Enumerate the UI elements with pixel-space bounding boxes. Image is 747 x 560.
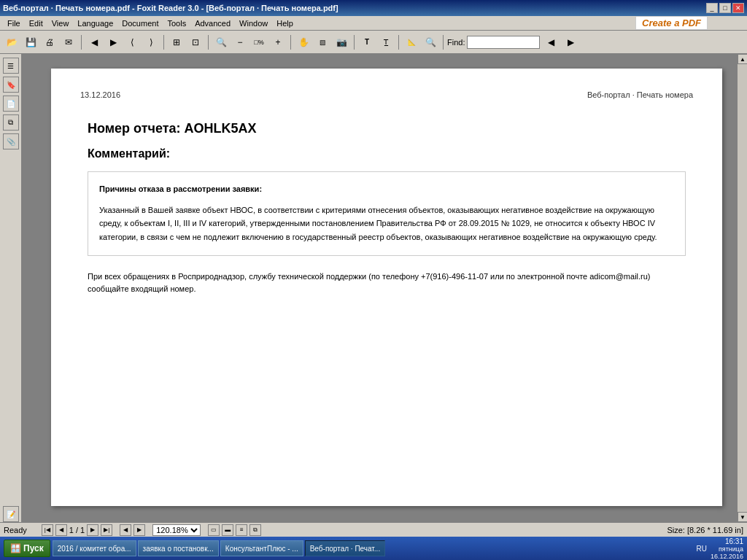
taskbar-item-label-0: 2016 / комитет обра... [58,545,131,553]
close-button[interactable]: ✕ [732,3,744,13]
toolbar-typewriter-btn[interactable]: T [358,34,376,51]
sep6 [398,35,399,50]
page-last-btn[interactable]: ▶| [101,524,112,536]
sidebar-icon-pages[interactable]: 📄 [3,96,19,112]
view-double-btn[interactable]: ▬ [222,524,233,536]
maximize-button[interactable]: □ [719,3,731,13]
toolbar-zoom-box-btn[interactable]: ⊞ [168,34,185,51]
pdf-page: 13.12.2016 Веб-портал · Печать номера Но… [51,69,722,506]
total-page-num: 1 [80,526,85,534]
menu-window[interactable]: Window [235,18,272,29]
taskbar-item-1[interactable]: заявка о постановк... [138,540,219,556]
clock-date: 16.12.2016 [711,553,743,560]
comment-box: Причины отказа в рассмотрении заявки: Ук… [88,171,686,256]
language-indicator: RU [697,545,707,553]
clock-day: пятница [719,545,743,553]
toolbar-minus-btn[interactable]: − [231,34,249,51]
taskbar-item-label-1: заявка о постановк... [143,545,214,553]
toolbar-open-btn[interactable]: 📂 [3,34,20,51]
find-input[interactable] [467,36,540,49]
taskbar: 🪟 Пуск 2016 / комитет обра... заявка о п… [0,537,747,560]
menu-tools[interactable]: Tools [163,18,190,29]
scroll-up-btn[interactable]: ▲ [738,54,747,64]
toolbar-search-btn[interactable]: 🔍 [422,34,439,51]
find-label: Find: [447,38,465,47]
taskbar-item-label-2: КонсультантПлюс - ... [225,545,298,553]
toolbar-first-btn[interactable]: ⟨ [123,34,141,51]
toolbar-hand-btn[interactable]: ✋ [295,34,312,51]
toolbar-last-btn[interactable]: ⟩ [142,34,160,51]
minimize-button[interactable]: _ [706,3,718,13]
page-current: 1 / 1 [69,526,85,534]
sep3 [208,35,209,50]
toolbar-zoom-in-btn[interactable]: 🔍 [212,34,230,51]
comment-box-text: Указанный в Вашей заявке объект НВОС, в … [99,203,674,244]
view-mode-btns: ▭ ▬ ≡ ⧉ [208,524,261,536]
taskbar-item-3[interactable]: Веб-портал · Печат... [305,540,385,556]
page-next-btn[interactable]: ▶ [87,524,98,536]
toolbar-underline-btn[interactable]: T̲ [377,34,395,51]
taskbar-item-label-3: Веб-портал · Печат... [310,545,380,553]
sidebar-icon-bookmark[interactable]: 🔖 [3,77,19,93]
menu-file[interactable]: File [3,18,25,29]
sep5 [354,35,355,50]
toolbar-select-btn[interactable]: ▧ [314,34,331,51]
sidebar-icon-attachments[interactable]: 📎 [3,133,19,149]
taskbar-right: RU 16:31 пятница 16.12.2016 [697,537,744,560]
taskbar-item-0[interactable]: 2016 / комитет обра... [53,540,136,556]
current-page-num: 1 [69,526,74,534]
page-first-btn[interactable]: |◀ [42,524,53,536]
toolbar-zoom-actual-btn[interactable]: □% [250,34,268,51]
left-sidebar: ☰ 🔖 📄 ⧉ 📎 📝 [0,54,22,522]
window-controls[interactable]: _ □ ✕ [706,3,744,13]
create-pdf-text: Create a PDF [642,18,701,28]
menu-language[interactable]: Language [73,18,117,29]
scroll-track[interactable] [738,64,747,512]
menu-advanced[interactable]: Advanced [190,18,235,29]
menu-help[interactable]: Help [272,18,298,29]
start-label: Пуск [23,543,44,553]
menu-edit[interactable]: Edit [25,18,47,29]
page-nav-extra2[interactable]: ▶ [133,524,145,536]
report-number: Номер отчета: AOHLK5AX [88,121,686,136]
scroll-down-btn[interactable]: ▼ [738,512,747,522]
clock: 16:31 пятница 16.12.2016 [711,537,743,560]
size-info: Size: [8.26 * 11.69 in] [667,526,743,534]
status-bar: Ready |◀ ◀ 1 / 1 ▶ ▶| ◀ ▶ 120.18% ▭ ▬ ≡ … [0,522,747,537]
view-continuous-btn[interactable]: ≡ [236,524,247,536]
view-single-btn[interactable]: ▭ [208,524,220,536]
toolbar-plus-btn[interactable]: + [269,34,287,51]
toolbar-zoom-page-btn[interactable]: ⊡ [187,34,204,51]
page-nav: |◀ ◀ 1 / 1 ▶ ▶| [42,524,112,536]
toolbar-email-btn[interactable]: ✉ [60,34,77,51]
pdf-content: Номер отчета: AOHLK5AX Комментарий: Прич… [80,121,693,296]
ready-status: Ready [4,526,27,534]
start-icon: 🪟 [10,543,21,553]
toolbar-prev-btn[interactable]: ◀ [85,34,103,51]
toolbar-zoom-custom-btn[interactable]: 📐 [403,34,420,51]
taskbar-item-2[interactable]: КонсультантПлюс - ... [220,540,303,556]
find-prev-btn[interactable]: ◀ [542,34,560,51]
start-button[interactable]: 🪟 Пуск [4,540,50,557]
toolbar-print-btn[interactable]: 🖨 [41,34,58,51]
main-area: 13.12.2016 Веб-портал · Печать номера Но… [22,54,737,522]
sidebar-icon-note[interactable]: 📝 [3,506,19,522]
find-area: Find: ◀ ▶ [447,34,579,51]
sep4 [290,35,291,50]
sidebar-icon-layers[interactable]: ⧉ [3,114,19,131]
sidebar-icon-hand[interactable]: ☰ [3,58,19,74]
zoom-select[interactable]: 120.18% [152,524,201,536]
view-spread-btn[interactable]: ⧉ [249,524,261,536]
pdf-title: Веб-портал · Печать номера [587,90,693,99]
menu-document[interactable]: Document [117,18,163,29]
sep2 [163,35,164,50]
toolbar-snapshot-btn[interactable]: 📷 [333,34,350,51]
find-next-btn[interactable]: ▶ [562,34,579,51]
page-nav-extra1[interactable]: ◀ [120,524,131,536]
zoom-area[interactable]: 120.18% [152,524,201,536]
toolbar-save-btn[interactable]: 💾 [22,34,39,51]
menu-view[interactable]: View [47,18,74,29]
toolbar-next-btn[interactable]: ▶ [104,34,122,51]
page-prev-btn[interactable]: ◀ [55,524,67,536]
scrollbar-right[interactable]: ▲ ▼ [737,54,747,522]
